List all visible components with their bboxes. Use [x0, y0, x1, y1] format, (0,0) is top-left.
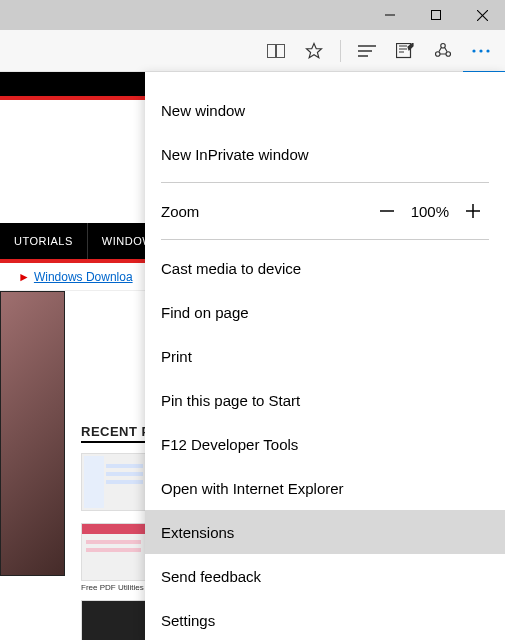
post-thumb-3[interactable]: [81, 600, 146, 640]
menu-extensions[interactable]: Extensions: [145, 510, 505, 554]
more-button[interactable]: [465, 35, 497, 67]
menu-settings[interactable]: Settings: [145, 598, 505, 640]
article-image: [0, 291, 65, 576]
svg-rect-4: [268, 44, 276, 57]
share-icon[interactable]: [427, 35, 459, 67]
menu-separator: [161, 182, 489, 183]
svg-point-12: [436, 51, 441, 56]
menu-feedback[interactable]: Send feedback: [145, 554, 505, 598]
reading-view-icon[interactable]: [260, 35, 292, 67]
post-thumb-2[interactable]: [81, 523, 146, 581]
zoom-label: Zoom: [161, 203, 371, 220]
more-menu: New window New InPrivate window Zoom 100…: [145, 72, 505, 640]
zoom-in-button[interactable]: [457, 202, 489, 220]
heading-underline: [81, 441, 149, 443]
minimize-button[interactable]: [367, 0, 413, 30]
toolbar-separator: [340, 40, 341, 62]
post-thumb-1[interactable]: [81, 453, 146, 511]
favorites-star-icon[interactable]: [298, 35, 330, 67]
download-link-text: Windows Downloa: [34, 270, 133, 284]
menu-separator: [161, 239, 489, 240]
svg-point-16: [486, 49, 489, 52]
menu-cast[interactable]: Cast media to device: [145, 246, 505, 290]
svg-marker-6: [307, 43, 322, 57]
svg-rect-5: [277, 44, 285, 57]
browser-toolbar: [0, 30, 505, 72]
svg-rect-1: [432, 11, 441, 20]
svg-point-13: [446, 51, 451, 56]
window-titlebar: [0, 0, 505, 30]
close-button[interactable]: [459, 0, 505, 30]
menu-devtools[interactable]: F12 Developer Tools: [145, 422, 505, 466]
menu-new-inprivate[interactable]: New InPrivate window: [145, 132, 505, 176]
zoom-value: 100%: [411, 203, 449, 220]
zoom-out-button[interactable]: [371, 202, 403, 220]
hub-icon[interactable]: [351, 35, 383, 67]
svg-point-14: [472, 49, 475, 52]
menu-zoom-row: Zoom 100%: [145, 189, 505, 233]
maximize-button[interactable]: [413, 0, 459, 30]
web-note-icon[interactable]: [389, 35, 421, 67]
menu-open-ie[interactable]: Open with Internet Explorer: [145, 466, 505, 510]
svg-point-15: [479, 49, 482, 52]
menu-pin[interactable]: Pin this page to Start: [145, 378, 505, 422]
menu-find[interactable]: Find on page: [145, 290, 505, 334]
nav-tutorials[interactable]: UTORIALS: [0, 223, 88, 259]
menu-new-window[interactable]: New window: [145, 88, 505, 132]
menu-print[interactable]: Print: [145, 334, 505, 378]
arrow-icon: ►: [18, 270, 30, 284]
